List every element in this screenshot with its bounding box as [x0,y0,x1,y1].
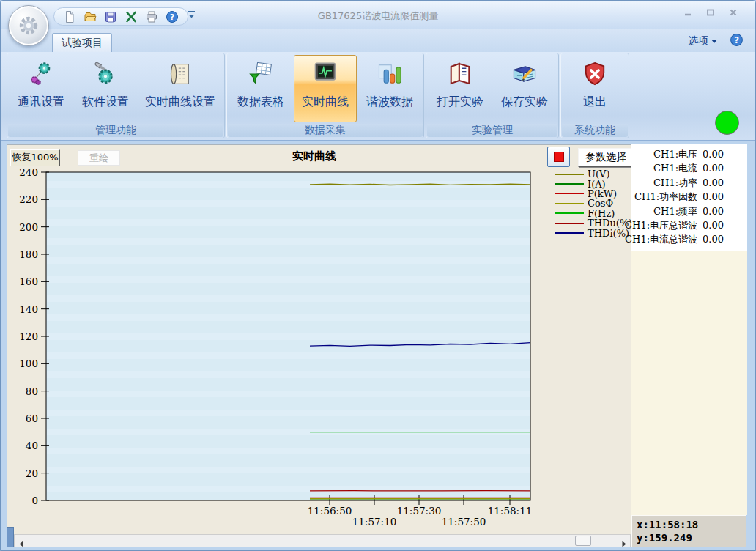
chart-legend: U(V)I(A)P(kW)CosΦF(Hz)THDu(%)THDi(%) [555,169,632,238]
ribbon-button-label: 通讯设置 [18,95,64,110]
exit-button[interactable]: 退出 [563,55,626,122]
legend-entry: U(V) [555,169,632,179]
data-table-button[interactable]: 数据表格 [229,55,292,122]
data-table-icon [247,60,275,88]
realtime-curve-panel: 02040608010012014016018020022024011:56:5… [7,144,631,534]
readout-value: 0.00 [703,206,724,217]
parameter-select-button[interactable]: 参数选择 [578,148,634,167]
ribbon-button-label: 保存实验 [501,95,548,110]
help-icon[interactable]: ? [730,33,744,47]
comm-settings-button[interactable]: 通讯设置 [10,55,73,122]
ribbon-group-label: 系统功能 [562,124,628,137]
right-panel-blank [631,251,747,515]
application-orb-button[interactable] [8,5,49,46]
ribbon-button-label: 谐波数据 [366,95,413,110]
curve-settings-button[interactable]: 实时曲线设置 [138,55,222,122]
window-controls [679,6,742,18]
svg-text:140: 140 [19,303,38,315]
legend-entry: P(kW) [555,189,632,199]
gear-icon [16,13,41,38]
legend-entry: THDi(%) [555,228,632,237]
legend-entry: I(A) [555,179,632,188]
software-settings-icon [92,60,119,88]
status-indicator [715,111,739,135]
options-label: 选项 [688,34,708,48]
exit-icon [581,60,609,88]
title-bar: ? GB17625谐波电流限值测量 [1,1,755,29]
stop-acquisition-button[interactable] [547,147,570,167]
svg-text:200: 200 [19,221,38,233]
readout-value: 0.00 [703,191,724,202]
svg-text:0: 0 [32,495,38,506]
svg-text:80: 80 [26,385,38,397]
channel-readouts: CH1:电压0.00CH1:电流0.00CH1:功率0.00CH1:功率因数0.… [631,144,747,251]
minimize-icon[interactable] [679,6,697,18]
realtime-curve-chart[interactable]: 02040608010012014016018020022024011:56:5… [7,145,631,535]
comm-settings-icon [27,60,55,88]
readout-value: 0.00 [703,177,724,188]
curve-settings-icon [166,60,194,88]
window-title: GB17625谐波电流限值测量 [1,10,755,23]
redraw-button[interactable]: 重绘 [78,150,120,166]
legend-entry: F(Hz) [555,209,632,218]
restore-zoom-button[interactable]: 恢复100% [10,149,60,166]
ribbon-group-label: 管理功能 [8,124,223,137]
ribbon-button-label: 实时曲线设置 [145,95,215,110]
svg-text:240: 240 [19,166,38,178]
save-experiment-button[interactable]: 保存实验 [493,55,556,122]
svg-text:160: 160 [19,276,38,287]
readout-value: 0.00 [703,234,724,245]
readout-row: CH1:电流总谐波0.00 [631,233,747,247]
legend-line-swatch [555,232,584,234]
svg-text:11:56:50: 11:56:50 [308,505,352,517]
svg-text:20: 20 [26,467,38,479]
readout-value: 0.00 [703,220,724,231]
svg-text:60: 60 [26,413,38,424]
legend-line-swatch [555,203,584,204]
readout-row: CH1:功率因数0.00 [631,191,747,204]
svg-text:220: 220 [19,193,38,205]
ribbon-group: 退出系统功能 [560,53,629,138]
maximize-icon[interactable] [702,6,719,18]
cursor-x: x:11:58:18 [637,518,741,531]
panel-edge-handle [7,527,14,547]
save-experiment-icon [511,60,538,88]
svg-text:100: 100 [19,358,38,369]
tab-experiment-items[interactable]: 试验项目 [52,33,112,52]
horizontal-scrollbar[interactable] [14,534,631,547]
readout-label: CH1:电流 [653,162,697,175]
scroll-left-icon[interactable] [18,537,26,545]
ribbon-button-label: 实时曲线 [302,95,349,110]
ribbon-group: 打开实验保存实验实验管理 [426,53,559,138]
svg-text:180: 180 [19,248,38,260]
realtime-curve-button[interactable]: 实时曲线 [294,55,357,122]
svg-text:?: ? [734,35,739,45]
readout-value: 0.00 [703,163,724,174]
harmonic-data-button[interactable]: 谐波数据 [358,55,421,122]
readout-row: CH1:频率0.00 [631,205,747,219]
options-menu[interactable]: 选项 [688,34,717,48]
chevron-down-icon [711,40,717,43]
readout-label: CH1:电压 [653,148,697,161]
software-settings-button[interactable]: 软件设置 [74,55,137,122]
readout-label: CH1:功率 [653,177,697,190]
scroll-right-icon[interactable] [620,537,628,545]
cursor-coordinates: x:11:58:18 y:159.249 [631,515,746,547]
open-experiment-button[interactable]: 打开实验 [429,55,492,122]
cursor-y: y:159.249 [637,531,741,544]
svg-text:11:57:30: 11:57:30 [397,505,442,517]
svg-text:40: 40 [26,440,38,451]
harmonic-data-icon [376,60,404,88]
close-icon[interactable] [724,6,742,18]
legend-line-swatch [555,212,584,214]
readout-row: CH1:功率0.00 [631,177,747,191]
legend-entry: CosΦ [555,199,632,208]
svg-text:11:57:50: 11:57:50 [442,516,486,528]
ribbon-group-label: 数据采集 [228,124,423,137]
scrollbar-thumb[interactable] [575,536,591,546]
legend-line-swatch [555,193,584,194]
ribbon-group: 通讯设置软件设置实时曲线设置管理功能 [7,53,225,138]
legend-line-swatch [555,183,584,185]
ribbon-group: 数据表格实时曲线谐波数据数据采集 [226,53,424,138]
readout-value: 0.00 [703,149,724,160]
